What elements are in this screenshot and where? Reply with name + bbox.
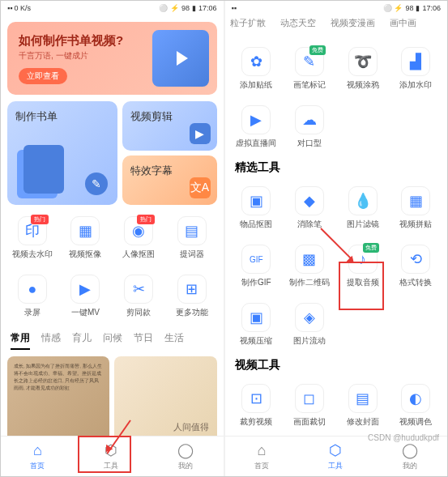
card-subtitle[interactable]: 特效字幕 文A: [122, 155, 216, 205]
添加贴纸-icon: ✿: [241, 47, 271, 76]
nav-icon: ⬡: [329, 441, 342, 459]
tab[interactable]: 节日: [134, 331, 153, 350]
tab[interactable]: 常用: [11, 331, 30, 350]
nav-工具[interactable]: ⬡工具: [328, 441, 343, 471]
tool-item[interactable]: ●录屏: [7, 271, 58, 322]
tool-item[interactable]: ➰视频涂鸦: [338, 44, 388, 94]
promo-banner[interactable]: 如何制作书单视频? 千言万语, 一键成片 立即查看: [7, 22, 217, 95]
tool-item[interactable]: ▦视频拼贴: [390, 183, 441, 233]
category-tab[interactable]: 画中画: [390, 17, 416, 31]
tool-label: 图片流动: [293, 335, 326, 347]
battery: 98: [405, 4, 413, 12]
tab[interactable]: 生活: [164, 331, 184, 350]
tool-label: 添加贴纸: [240, 79, 272, 91]
battery: 98: [181, 4, 190, 12]
添加水印-icon: ▟: [401, 47, 430, 76]
nav-icon: ◯: [177, 441, 194, 459]
feed-item[interactable]: 成长, 如果因为有了挫折而痛苦, 那么人生将不会出现成功、幸福、希望。挫折是成长…: [7, 356, 109, 436]
tool-item[interactable]: ✂剪同款: [113, 271, 164, 322]
tool-item[interactable]: ▤提词器: [167, 213, 217, 263]
nav-我的[interactable]: ◯我的: [177, 441, 194, 471]
nav-label: 我的: [178, 461, 193, 471]
tool-label: 虚拟直播间: [236, 138, 276, 149]
一键MV-icon: ▶: [70, 275, 100, 304]
nav-icon: ⌂: [33, 442, 42, 459]
tool-label: 裁剪视频: [240, 416, 272, 428]
tool-item[interactable]: ◈图片流动: [284, 300, 335, 350]
feed-text: 成长, 如果因为有了挫折而痛苦, 那么人生将不会出现成功、幸福、希望。挫折是成长…: [14, 363, 103, 392]
tool-item[interactable]: ✿添加贴纸: [232, 44, 282, 94]
tool-label: 人像抠图: [122, 249, 155, 260]
tool-item[interactable]: GIF制作GIF: [232, 241, 282, 292]
修改封面-icon: ▤: [348, 384, 378, 413]
badge: 免费: [309, 45, 326, 55]
section-title: 精选工具: [235, 160, 442, 175]
tool-label: 格式转换: [399, 277, 432, 288]
category-tab[interactable]: 粒子扩散: [230, 17, 266, 31]
tool-item[interactable]: ⊡裁剪视频: [232, 381, 282, 431]
tool-item[interactable]: ▣物品抠图: [232, 183, 282, 233]
tool-item[interactable]: ▶一键MV: [61, 271, 111, 322]
画笔标记-icon: ✎免费: [295, 47, 324, 76]
tool-item[interactable]: ☁对口型: [284, 102, 335, 152]
视频抠像-icon: ▦: [70, 216, 100, 245]
制作GIF-icon: GIF: [241, 245, 271, 274]
tool-item[interactable]: ♪免费提取音频: [338, 241, 388, 292]
category-tab[interactable]: 视频变漫画: [331, 17, 375, 31]
card-booklist[interactable]: 制作书单 ✎: [7, 101, 117, 205]
nav-我的[interactable]: ◯我的: [402, 441, 418, 471]
nav-label: 工具: [104, 461, 118, 471]
banner-button[interactable]: 立即查看: [19, 68, 67, 84]
图片滤镜-icon: 💧: [348, 186, 378, 215]
tool-item[interactable]: ▟添加水印: [390, 44, 441, 94]
time: 17:06: [422, 4, 441, 12]
tab[interactable]: 育儿: [72, 331, 92, 350]
tool-label: 制作GIF: [241, 277, 271, 288]
tool-item[interactable]: ◐视频调色: [390, 381, 441, 431]
nav-首页[interactable]: ⌂首页: [30, 442, 45, 471]
tool-item[interactable]: ⊞更多功能: [167, 271, 217, 322]
tool-item[interactable]: 💧图片滤镜: [338, 183, 388, 233]
tool-item[interactable]: ◉热门人像抠图: [113, 213, 164, 263]
视频压缩-icon: ▣: [241, 303, 271, 332]
category-tab[interactable]: 动态天空: [280, 17, 316, 31]
tool-item[interactable]: ◻画面裁切: [284, 381, 335, 431]
card-video-edit[interactable]: 视频剪辑 ▶: [122, 101, 216, 151]
tool-item[interactable]: ▣视频压缩: [232, 300, 282, 350]
tool-item[interactable]: ⟲格式转换: [390, 241, 441, 292]
tool-label: 修改封面: [347, 416, 379, 428]
tool-item[interactable]: 印热门视频去水印: [7, 213, 58, 263]
格式转换-icon: ⟲: [401, 245, 430, 274]
tool-item[interactable]: ✎免费画笔标记: [284, 44, 335, 94]
left-screen: ▪▪0 K/s ⚪ ⚡98▮17:06 如何制作书单视频? 千言万语, 一键成片…: [1, 1, 224, 476]
图片流动-icon: ◈: [295, 303, 324, 332]
feed-item[interactable]: 人间值得: [114, 356, 216, 436]
tool-item[interactable]: ▩制作二维码: [284, 241, 335, 292]
status-bar: ▪▪ ⚪ ⚡98▮17:06: [225, 1, 448, 15]
tab[interactable]: 问候: [103, 331, 122, 350]
tool-item[interactable]: ▦视频抠像: [61, 213, 111, 263]
画面裁切-icon: ◻: [295, 384, 324, 413]
badge: 免费: [363, 243, 379, 253]
nav-label: 首页: [254, 461, 269, 471]
category-tabs: 常用情感育儿问候节日生活: [7, 331, 217, 350]
物品抠图-icon: ▣: [241, 186, 271, 215]
tool-item[interactable]: ▤修改封面: [338, 381, 388, 431]
signal-icon: ▪▪: [232, 4, 237, 12]
card-label: 视频剪辑: [130, 109, 208, 124]
tool-label: 画笔标记: [293, 79, 326, 91]
edit-icon: ▶: [190, 123, 211, 144]
tool-label: 视频调色: [399, 416, 432, 428]
nav-首页[interactable]: ⌂首页: [254, 442, 269, 471]
status-bar: ▪▪0 K/s ⚪ ⚡98▮17:06: [1, 1, 224, 15]
tool-item[interactable]: ◆消除笔: [284, 183, 335, 233]
tool-label: 视频抠像: [69, 249, 101, 260]
tool-item[interactable]: ▶虚拟直播间: [232, 102, 282, 152]
tool-label: 一键MV: [71, 307, 100, 318]
tool-label: 制作二维码: [289, 277, 330, 288]
裁剪视频-icon: ⊡: [241, 384, 271, 413]
tab[interactable]: 情感: [41, 331, 61, 350]
tool-label: 视频去水印: [12, 249, 53, 260]
tool-grid: ●录屏▶一键MV✂剪同款⊞更多功能: [7, 271, 217, 322]
play-icon: [177, 51, 188, 66]
